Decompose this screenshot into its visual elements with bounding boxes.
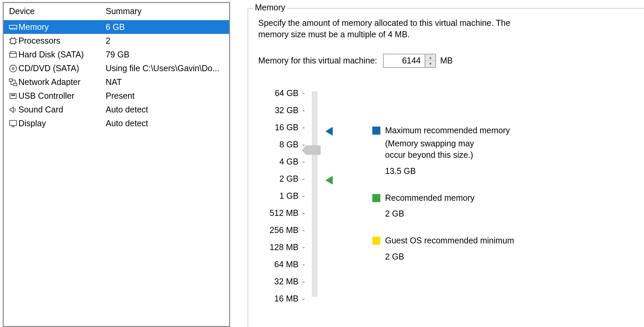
legend-max-sub2: occur beyond this size.) [385,149,510,161]
slider-tick-dash: - [299,85,309,102]
legend-recommended: Recommended memory 2 GB [372,192,637,220]
legend-rec-title: Recommended memory [385,192,475,204]
legend-min-title: Guest OS recommended minimum [385,235,514,246]
svg-rect-5 [11,38,16,43]
legend-swatch-blue-icon [372,127,380,135]
device-name: Sound Card [18,105,106,114]
slider-tick-dash: - [299,290,309,307]
legend-max-recommended: Maximum recommended memory (Memory swapp… [372,125,637,177]
device-name: Processors [18,36,106,46]
slider-tick-label: 16 GB [258,119,299,136]
svg-rect-20 [11,95,13,96]
disk-icon [8,49,18,60]
slider-tick-dash: - [299,187,309,204]
device-row-network[interactable]: Network AdapterNAT [4,75,229,89]
device-row-disk[interactable]: Hard Disk (SATA)79 GB [4,48,229,61]
svg-point-16 [12,67,14,69]
svg-rect-17 [9,79,12,81]
device-summary: NAT [106,77,229,87]
slider-tick-label: 16 MB [258,290,299,307]
device-list-header: Device Summary [4,3,229,20]
spinner-up-button[interactable]: ▲ [425,54,435,61]
svg-rect-18 [14,83,17,86]
slider-tick-label: 512 MB [258,204,299,222]
slider-tick-label: 32 MB [258,273,299,290]
slider-tick-label: 4 GB [258,153,299,170]
slider-tick-label: 64 MB [258,256,299,273]
slider-tick-dash: - [299,204,309,222]
device-name: USB Controller [18,91,106,101]
slider-tick-dash: - [299,256,309,273]
memory-input[interactable] [383,54,425,68]
slider-thumb[interactable] [306,145,321,155]
legend-swatch-yellow-icon [372,237,380,245]
svg-rect-0 [9,25,17,28]
device-name: Network Adapter [18,77,106,87]
slider-tick-labels: 64 GB32 GB16 GB8 GB4 GB2 GB1 GB512 MB256… [258,85,299,307]
display-icon [8,118,18,129]
device-row-cpu[interactable]: Processors2 [4,34,229,48]
legend-rec-value: 2 GB [385,208,475,220]
device-row-usb[interactable]: USB ControllerPresent [4,89,229,103]
cd-icon [8,63,18,74]
slider-tick-label: 8 GB [258,136,299,153]
slider-track[interactable] [312,91,317,297]
memory-groupbox: Memory Specify the amount of memory allo… [248,8,644,327]
memory-spinner[interactable]: ▲ ▼ [383,54,436,68]
device-summary: 6 GB [106,22,229,32]
device-row-sound[interactable]: Sound CardAuto detect [4,103,229,116]
memory-input-label: Memory for this virtual machine: [258,56,377,65]
network-icon [8,77,18,88]
slider-tick-dash: - [299,222,309,239]
svg-point-15 [10,65,17,72]
slider-tick-label: 256 MB [258,222,299,239]
device-name: CD/DVD (SATA) [18,63,106,73]
slider-tick-label: 32 GB [258,102,299,119]
slider-tick-dash: - [299,273,309,290]
device-row-memory[interactable]: Memory6 GB [4,20,229,34]
device-list-panel: Device Summary Memory6 GBProcessors2Hard… [3,2,230,327]
spinner-down-button[interactable]: ▼ [425,61,435,67]
column-header-device: Device [9,6,106,16]
device-list: Memory6 GBProcessors2Hard Disk (SATA)79 … [4,20,229,130]
legend-max-title: Maximum recommended memory [385,125,510,136]
slider-tick-dash: - [299,119,309,136]
svg-rect-21 [13,95,15,96]
device-summary: Present [106,91,229,101]
slider-tick-dash: - [299,170,309,187]
device-row-cd[interactable]: CD/DVD (SATA)Using file C:\Users\Gavin\D… [4,61,229,75]
slider-tick-dash: - [299,153,309,170]
svg-rect-22 [10,120,17,125]
device-name: Hard Disk (SATA) [18,50,106,59]
slider-tick-dashes: ------------- [299,85,309,307]
column-header-summary: Summary [106,6,229,16]
svg-rect-19 [10,93,16,98]
legend-max-sub1: (Memory swapping may [385,138,510,149]
memory-icon [8,22,18,33]
legend-swatch-green-icon [372,194,380,202]
device-row-display[interactable]: DisplayAuto detect [4,116,229,130]
device-summary: Auto detect [106,105,229,114]
device-summary: Auto detect [106,119,229,128]
slider-tick-label: 1 GB [258,187,299,204]
slider-tick-label: 64 GB [258,85,299,102]
cpu-icon [8,36,18,46]
groupbox-title: Memory [253,3,287,12]
device-summary: 2 [106,36,229,46]
slider-tick-label: 128 MB [258,239,299,256]
recommended-marker-icon [325,176,333,185]
device-name: Display [18,119,106,128]
memory-description: Specify the amount of memory allocated t… [258,17,517,40]
slider-tick-dash: - [299,102,309,119]
device-name: Memory [18,22,106,32]
slider-tick-label: 2 GB [258,170,299,187]
legend-guest-minimum: Guest OS recommended minimum 2 GB [372,235,637,263]
sound-icon [8,104,18,115]
device-summary: 79 GB [106,50,229,59]
legend-min-value: 2 GB [385,251,514,263]
slider-tick-dash: - [299,239,309,256]
legend-max-value: 13.5 GB [385,166,510,177]
usb-icon [8,91,18,101]
memory-unit: MB [440,56,453,65]
device-summary: Using file C:\Users\Gavin\Do... [106,63,229,73]
